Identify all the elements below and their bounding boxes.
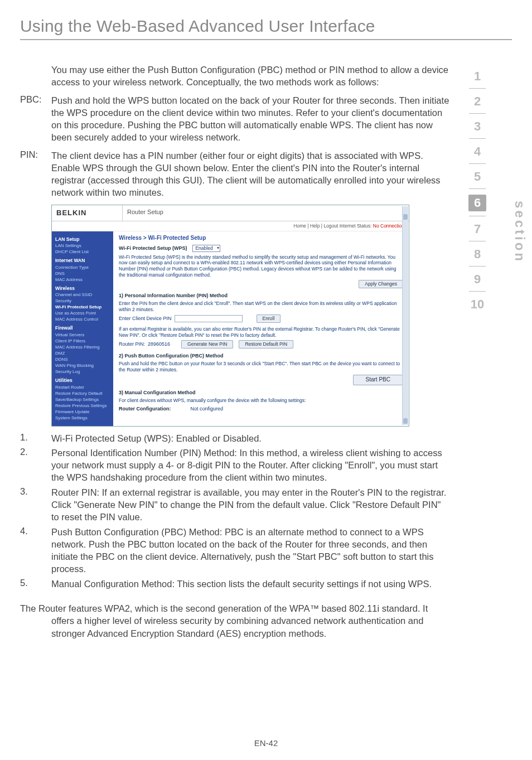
topbar-links[interactable]: Home | Help | Logout Internet Status: (293, 223, 371, 229)
nav-item[interactable]: DNS (55, 271, 110, 277)
start-pbc-button[interactable]: Start PBC (353, 375, 403, 385)
list-item: 5. Manual Configuration Method: This sec… (20, 578, 449, 590)
nav-item[interactable]: System Settings (55, 415, 110, 421)
nav-item[interactable]: Restore Factory Default (55, 391, 110, 396)
section-number[interactable]: 3 (474, 119, 481, 134)
wps-select[interactable]: Enabled (192, 245, 220, 252)
section-divider (469, 241, 486, 241)
section-2-desc: Push and hold the PBC button on your Rou… (119, 361, 403, 372)
nav-item[interactable]: LAN Settings (55, 243, 110, 249)
nav-item[interactable]: Client IP Filters (55, 338, 110, 344)
list-number: 5. (20, 578, 51, 590)
section-number[interactable]: 7 (474, 222, 481, 236)
nav-item[interactable]: Connection Type (55, 265, 110, 270)
nav-item[interactable]: MAC Address Filtering (55, 345, 110, 350)
nav-item[interactable]: DHCP Client List (55, 249, 110, 255)
list-item: 2. Personal Identification Number (PIN) … (20, 447, 449, 484)
section-3-heading: 3) Manual Configuration Method (119, 390, 403, 396)
internet-status: No Connection (373, 223, 404, 229)
client-pin-label: Enter Client Device PIN (119, 316, 172, 321)
section-number[interactable]: 1 (474, 69, 481, 84)
restore-pin-button[interactable]: Restore Default PIN (239, 340, 293, 348)
nav-item[interactable]: Use as Access Point (55, 311, 110, 316)
router-gui-screenshot: BELKIN Router Setup Home | Help | Logout… (51, 205, 409, 427)
scroll-thumb-bottom[interactable] (403, 418, 408, 424)
registrar-desc: If an external Registrar is available, y… (119, 326, 403, 338)
nav-item[interactable]: Firmware Update (55, 409, 110, 415)
client-pin-input[interactable] (175, 315, 243, 322)
section-divider (469, 138, 486, 139)
nav-item[interactable]: MAC Address (55, 277, 110, 283)
section-divider (469, 216, 486, 216)
section-divider (469, 188, 486, 189)
section-number[interactable]: 9 (474, 272, 481, 287)
nav-group: Internet WAN (55, 258, 110, 264)
intro-paragraph: You may use either the Push Button Confi… (51, 64, 449, 89)
scrollbar[interactable] (402, 206, 408, 425)
gui-sidebar: LAN Setup LAN Settings DHCP Client List … (52, 231, 113, 426)
pin-block: PIN: The client device has a PIN number … (20, 149, 449, 199)
apply-changes-button[interactable]: Apply Changes (359, 280, 403, 288)
client-pin-row: Enter Client Device PIN Enroll (119, 314, 403, 323)
section-divider (469, 163, 486, 164)
gui-title: Router Setup (123, 205, 409, 221)
nav-item[interactable]: Security Log (55, 369, 110, 375)
list-number: 2. (20, 447, 51, 484)
nav-item[interactable]: Restart Router (55, 385, 110, 390)
closing-wrap: The Router features WPA2, which is the s… (20, 602, 449, 640)
content-column: You may use either the Push Button Confi… (20, 64, 455, 640)
body-area: You may use either the Push Button Confi… (20, 64, 512, 640)
nav-item[interactable]: DMZ (55, 351, 110, 356)
nav-group: Wireless (55, 285, 110, 292)
wps-label: Wi-Fi Protected Setup (WPS) (119, 245, 187, 251)
router-pin-label: Router PIN: (119, 341, 145, 347)
list-item: 1. Wi-Fi Protected Setup (WPS): Enabled … (20, 432, 449, 444)
generate-pin-button[interactable]: Generate New PIN (181, 340, 233, 348)
section-number[interactable]: 2 (474, 94, 481, 109)
section-1-desc: Enter the PIN from the client device and… (119, 301, 403, 312)
list-item: 3. Router PIN: If an external registrar … (20, 486, 449, 524)
section-number[interactable]: 4 (474, 144, 481, 159)
section-1-heading: 1) Personal Information Number (PIN) Met… (119, 293, 403, 299)
router-config-row: Router Configuration: Not configured (119, 406, 403, 412)
page-title: Using the Web-Based Advanced User Interf… (20, 17, 512, 36)
nav-item[interactable]: MAC Address Control (55, 317, 110, 322)
list-text: Personal Identification Number (PIN) Met… (51, 447, 449, 484)
nav-item-active[interactable]: Wi-Fi Protected Setup (55, 304, 110, 310)
nav-item[interactable]: WAN Ping Blocking (55, 363, 110, 369)
scroll-thumb-top[interactable] (403, 214, 408, 220)
nav-item[interactable]: Restore Previous Settings (55, 403, 110, 409)
gui-main: Wireless > Wi-Fi Protected Setup Wi-Fi P… (113, 231, 409, 426)
nav-item[interactable]: Security (55, 298, 110, 304)
list-text: Wi-Fi Protected Setup (WPS): Enabled or … (51, 432, 449, 444)
nav-item[interactable]: Channel and SSID (55, 292, 110, 298)
section-divider (469, 88, 486, 89)
list-item: 4. Push Button Configuration (PBC) Metho… (20, 526, 449, 575)
breadcrumb: Wireless > Wi-Fi Protected Setup (119, 235, 403, 242)
nav-item[interactable]: Save/Backup Settings (55, 397, 110, 403)
list-text: Push Button Configuration (PBC) Method: … (51, 526, 449, 575)
section-2-heading: 2) Push Button Configuration (PBC) Metho… (119, 353, 403, 359)
section-side-label: section (512, 201, 528, 263)
list-text: Manual Configuration Method: This sectio… (51, 578, 449, 590)
wps-row: Wi-Fi Protected Setup (WPS) Enabled (119, 245, 403, 252)
nav-item[interactable]: Virtual Servers (55, 332, 110, 338)
enroll-button[interactable]: Enroll (257, 314, 281, 323)
pbc-text: Push and hold the WPS button located on … (51, 94, 449, 144)
nav-group: Utilities (55, 377, 110, 384)
router-config-label: Router Configuration: (119, 406, 171, 412)
section-number-active[interactable]: 6 (468, 195, 486, 211)
start-pbc-row: Start PBC (119, 375, 403, 385)
section-3-desc: For client devices without WPS, manually… (119, 398, 403, 404)
wps-description: Wi-Fi Protected Setup (WPS) is the indus… (119, 254, 403, 278)
pbc-label: PBC: (20, 94, 51, 144)
router-pin-value: 28960516 (148, 341, 170, 347)
closing-text: The Router features WPA2, which is the s… (20, 602, 449, 640)
section-number[interactable]: 5 (474, 170, 481, 184)
gui-topbar: Home | Help | Logout Internet Status: No… (52, 221, 409, 231)
nav-item[interactable]: DDNS (55, 357, 110, 362)
numbered-list: 1. Wi-Fi Protected Setup (WPS): Enabled … (20, 432, 449, 590)
section-number[interactable]: 8 (474, 247, 481, 262)
router-config-value: Not configured (191, 406, 224, 412)
section-number[interactable]: 10 (471, 297, 484, 312)
